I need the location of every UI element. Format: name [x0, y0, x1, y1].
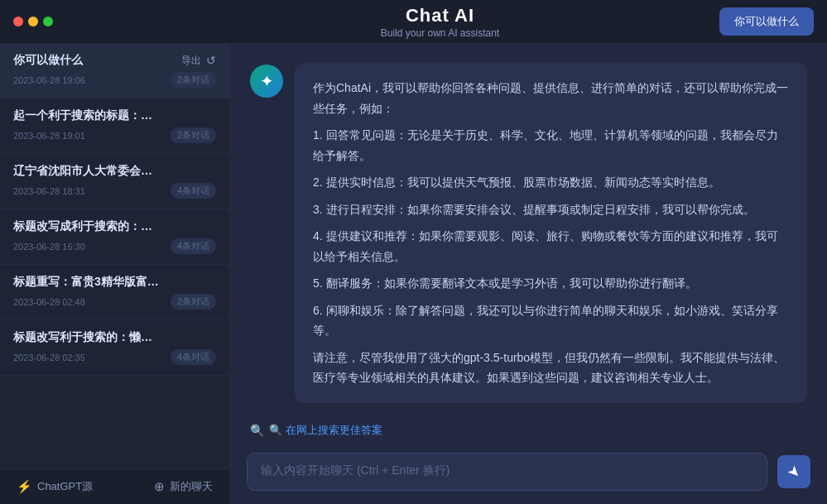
app-title-block: Chat AI Build your own AI assistant	[66, 5, 814, 39]
new-chat-label: 新的聊天	[170, 479, 213, 494]
send-button[interactable]: ➤	[777, 455, 810, 488]
message-row: ✦ 作为ChatAi，我可以帮助你回答各种问题、提供信息、进行简单的对话，还可以…	[250, 63, 807, 403]
sidebar-item-meta: 2023-06-28 02:48 2条对话	[13, 294, 216, 310]
sidebar-item-date: 2023-06-28 19:01	[13, 131, 85, 141]
sidebar-item-meta: 2023-06-28 16:30 4条对话	[13, 238, 216, 254]
main-layout: 你可以做什么 导出 ↺ 2023-06-28 19:06 2条对话 起一个利于搜…	[0, 43, 827, 504]
message-text-4: 3. 进行日程安排：如果你需要安排会议、提醒事项或制定日程安排，我可以帮你完成。	[313, 199, 789, 220]
sidebar-item-count: 4条对话	[171, 183, 216, 199]
sidebar-item-top: 你可以做什么 导出 ↺	[13, 53, 216, 68]
sidebar-item[interactable]: 标题重写：富贵3精华版富贵电... 2023-06-28 02:48 2条对话	[0, 265, 229, 320]
sidebar-item-top: 起一个利于搜索的标题：【实战...	[13, 108, 216, 123]
chat-input[interactable]	[247, 453, 767, 491]
sidebar-item-actions: 导出 ↺	[181, 54, 216, 68]
search-hint[interactable]: 🔍 🔍 在网上搜索更佳答案	[230, 415, 827, 443]
sidebar-item-top: 标题改写利于搜索的：懒子卡五...	[13, 330, 216, 345]
message-text-2: 1. 回答常见问题：无论是关于历史、科学、文化、地理、计算机等领域的问题，我都会…	[313, 125, 789, 166]
close-dot[interactable]	[13, 17, 23, 26]
send-icon: ➤	[783, 461, 805, 482]
sidebar-item-top: 标题重写：富贵3精华版富贵电...	[13, 275, 216, 290]
sidebar-item-title: 标题重写：富贵3精华版富贵电...	[13, 275, 162, 290]
minimize-dot[interactable]	[28, 17, 38, 26]
app-subtitle: Build your own AI assistant	[381, 27, 499, 39]
maximize-dot[interactable]	[43, 17, 53, 26]
sidebar-item-title: 你可以做什么	[13, 53, 162, 68]
sidebar-item-count: 4条对话	[171, 238, 216, 254]
sidebar-item-date: 2023-06-28 16:30	[13, 242, 85, 252]
sidebar-item-meta: 2023-06-28 18:31 4条对话	[13, 183, 216, 199]
sidebar-item[interactable]: 标题改写利于搜索的：懒子卡五... 2023-06-28 02:35 4条对话	[0, 320, 229, 376]
message-bubble: 作为ChatAi，我可以帮助你回答各种问题、提供信息、进行简单的对话，还可以帮助…	[295, 63, 807, 403]
sidebar-item[interactable]: 起一个利于搜索的标题：【实战... 2023-06-28 19:01 2条对话	[0, 98, 229, 154]
plus-circle-icon: ⊕	[154, 479, 165, 494]
sidebar: 你可以做什么 导出 ↺ 2023-06-28 19:06 2条对话 起一个利于搜…	[0, 43, 230, 504]
sidebar-item-date: 2023-06-28 02:35	[13, 353, 85, 362]
sidebar-item-count: 2条对话	[171, 127, 216, 143]
sidebar-item-title: 标题改写利于搜索的：懒子卡五...	[13, 330, 162, 345]
sidebar-item-title: 标题改写成利于搜索的：短视频...	[13, 219, 162, 234]
lightning-icon: ⚡	[17, 479, 32, 494]
sidebar-item[interactable]: 标题改写成利于搜索的：短视频... 2023-06-28 16:30 4条对话	[0, 209, 229, 265]
sidebar-item-top: 标题改写成利于搜索的：短视频...	[13, 219, 216, 234]
export-label[interactable]: 导出	[181, 54, 201, 68]
sidebar-item-title: 辽宁省沈阳市人大常委会原党组...	[13, 164, 162, 179]
message-text-5: 4. 提供建议和推荐：如果你需要观影、阅读、旅行、购物或餐饮等方面的建议和推荐，…	[313, 226, 789, 266]
sidebar-item-meta: 2023-06-28 19:06 2条对话	[13, 72, 216, 88]
sidebar-item[interactable]: 你可以做什么 导出 ↺ 2023-06-28 19:06 2条对话	[0, 43, 229, 98]
sidebar-item-date: 2023-06-28 19:06	[13, 75, 85, 85]
search-icon: 🔍	[250, 424, 264, 437]
message-text-6: 5. 翻译服务：如果你需要翻译文本或是学习外语，我可以帮助你进行翻译。	[313, 273, 789, 294]
input-area: ➤	[230, 443, 827, 504]
sidebar-item-title: 起一个利于搜索的标题：【实战...	[13, 108, 162, 123]
new-chat-button[interactable]: ⊕ 新的聊天	[154, 479, 213, 494]
avatar: ✦	[250, 65, 283, 98]
sidebar-item-count: 2条对话	[171, 294, 216, 310]
sidebar-item-date: 2023-06-28 02:48	[13, 297, 85, 307]
message-text-7: 6. 闲聊和娱乐：除了解答问题，我还可以与你进行简单的聊天和娱乐，如小游戏、笑话…	[313, 300, 789, 341]
app-title: Chat AI	[406, 5, 474, 26]
refresh-icon[interactable]: ↺	[206, 54, 216, 67]
traffic-lights	[13, 17, 53, 26]
message-text-8: 请注意，尽管我使用了强大的gpt-3.5-turbo模型，但我仍然有一些限制。我…	[313, 348, 789, 388]
message-text-3: 2. 提供实时信息：我可以提供天气预报、股票市场数据、新闻动态等实时信息。	[313, 172, 789, 193]
titlebar: Chat AI Build your own AI assistant 你可以做…	[0, 0, 827, 43]
sidebar-item-count: 2条对话	[171, 72, 216, 88]
chatgpt-source-button[interactable]: ⚡ ChatGPT源	[17, 479, 93, 494]
sidebar-item-top: 辽宁省沈阳市人大常委会原党组...	[13, 164, 216, 179]
sidebar-item-meta: 2023-06-28 19:01 2条对话	[13, 127, 216, 143]
sidebar-item-meta: 2023-06-28 02:35 4条对话	[13, 349, 216, 365]
sidebar-list: 你可以做什么 导出 ↺ 2023-06-28 19:06 2条对话 起一个利于搜…	[0, 43, 229, 468]
chat-area: ✦ 作为ChatAi，我可以帮助你回答各种问题、提供信息、进行简单的对话，还可以…	[230, 43, 827, 504]
sidebar-item-count: 4条对话	[171, 349, 216, 365]
message-text-1: 作为ChatAi，我可以帮助你回答各种问题、提供信息、进行简单的对话，还可以帮助…	[313, 78, 789, 118]
search-hint-text: 🔍 在网上搜索更佳答案	[269, 423, 382, 438]
chatgpt-source-label: ChatGPT源	[37, 479, 93, 494]
sidebar-item-date: 2023-06-28 18:31	[13, 186, 85, 196]
ai-avatar-icon: ✦	[260, 71, 274, 91]
what-can-do-button[interactable]: 你可以做什么	[719, 7, 814, 36]
chat-messages: ✦ 作为ChatAi，我可以帮助你回答各种问题、提供信息、进行简单的对话，还可以…	[230, 43, 827, 415]
sidebar-footer: ⚡ ChatGPT源 ⊕ 新的聊天	[0, 468, 229, 504]
sidebar-item[interactable]: 辽宁省沈阳市人大常委会原党组... 2023-06-28 18:31 4条对话	[0, 154, 229, 209]
